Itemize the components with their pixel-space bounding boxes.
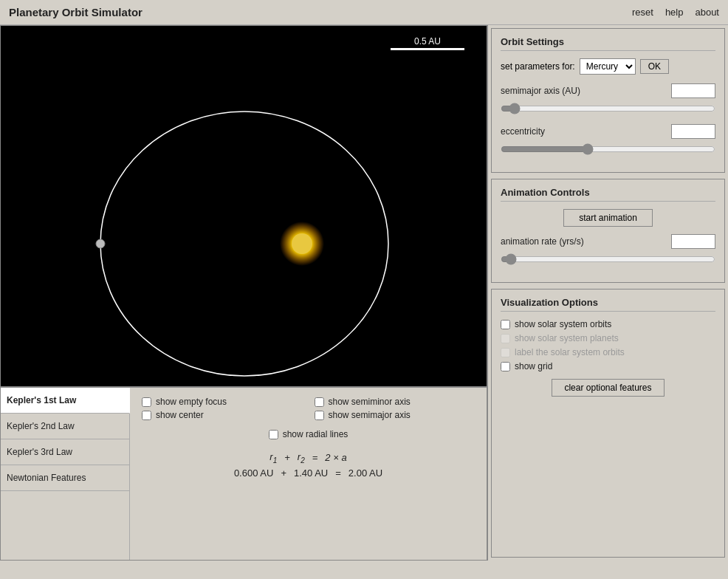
viz-panel: Visualization Options show solar system … [491,289,725,558]
val-r2: 1.40 AU [294,467,328,479]
label-orbits-row: label the solar system orbits [501,347,715,357]
eccentricity-slider[interactable] [501,143,715,155]
anim-rate-input[interactable]: 0.20 [671,234,715,249]
animation-panel: Animation Controls start animation anima… [491,179,725,283]
eq-plus1: + [284,452,290,463]
val-plus: + [281,467,286,479]
show-semiminor-checkbox[interactable] [315,397,324,407]
orbit-ellipse [100,112,388,376]
show-radial-row: show radial lines [269,429,348,439]
equation-math: r1 + r2 = 2 × a [142,451,475,465]
set-params-label: set parameters for: [501,61,575,72]
show-grid-checkbox[interactable] [501,362,510,371]
start-animation-button[interactable]: start animation [563,209,653,227]
val-r1: 0.600 AU [234,467,274,479]
top-bar: Planetary Orbit Simulator reset help abo… [0,0,728,25]
right-column: Orbit Settings set parameters for: Mercu… [487,25,728,561]
show-semimajor-row: show semimajor axis [315,410,475,420]
canvas-area: 0.5 AU [0,25,487,387]
show-empty-focus-label: show empty focus [156,397,227,407]
show-empty-focus-row: show empty focus [142,397,303,407]
options-grid: show empty focus show semiminor axis sho… [142,397,475,420]
tab-kepler2[interactable]: Kepler's 2nd Law [1,414,129,439]
show-semimajor-checkbox[interactable] [315,411,324,420]
show-center-label: show center [156,410,204,420]
show-radial-label: show radial lines [283,429,348,439]
eq-2xa: 2 × a [325,452,346,463]
label-orbits-checkbox[interactable] [501,348,510,357]
left-column: 0.5 AU [0,25,487,561]
show-empty-focus-checkbox[interactable] [142,397,151,407]
set-params-row: set parameters for: Mercury Venus Earth … [501,58,715,75]
about-link[interactable]: about [695,7,719,18]
semimajor-row: semimajor axis (AU) 1.00 [501,83,715,98]
animation-title: Animation Controls [501,187,715,202]
equation-values: 0.600 AU + 1.40 AU = 2.00 AU [142,467,475,479]
show-grid-label: show grid [515,361,552,371]
show-solar-orbits-row: show solar system orbits [501,319,715,329]
anim-rate-slider[interactable] [501,253,715,265]
radial-row: show radial lines [142,429,475,439]
main-layout: 0.5 AU [0,25,728,561]
semimajor-slider-row [501,103,715,117]
show-semiminor-row: show semiminor axis [315,397,475,407]
eccentricity-row: eccentricity 0.400 [501,124,715,139]
orbit-settings-title: Orbit Settings [501,36,715,51]
semimajor-label: semimajor axis (AU) [501,86,580,96]
app-title: Planetary Orbit Simulator [9,6,142,18]
options-panel: show empty focus show semiminor axis sho… [130,388,487,560]
eccentricity-input[interactable]: 0.400 [671,124,715,139]
eq-equals1: = [312,452,318,463]
eccentricity-label: eccentricity [501,126,545,137]
val-equals: = [335,467,341,479]
planet-dot [96,239,105,248]
semimajor-input[interactable]: 1.00 [671,83,715,98]
planet-select[interactable]: Mercury Venus Earth Mars Jupiter Saturn … [580,58,636,75]
show-center-row: show center [142,410,303,420]
show-solar-planets-label: show solar system planets [515,333,619,343]
show-radial-checkbox[interactable] [269,430,278,439]
anim-rate-row: animation rate (yrs/s) 0.20 [501,234,715,249]
top-nav: reset help about [632,7,719,18]
law-tabs: Kepler's 1st Law Kepler's 2nd Law Kepler… [1,388,130,560]
anim-rate-label: animation rate (yrs/s) [501,236,584,247]
semimajor-slider[interactable] [501,103,715,114]
show-center-checkbox[interactable] [142,411,151,420]
show-solar-orbits-checkbox[interactable] [501,320,510,329]
reset-link[interactable]: reset [632,7,653,18]
orbit-svg [1,26,487,386]
viz-title: Visualization Options [501,297,715,312]
ok-button[interactable]: OK [640,59,669,74]
show-solar-orbits-label: show solar system orbits [515,319,611,329]
label-orbits-label: label the solar system orbits [515,347,625,357]
tab-kepler3[interactable]: Kepler's 3rd Law [1,439,129,465]
val-2xa: 2.00 AU [348,467,382,479]
eccentricity-slider-row [501,143,715,157]
anim-rate-slider-row [501,253,715,267]
clear-features-button[interactable]: clear optional features [552,379,664,397]
orbit-settings-panel: Orbit Settings set parameters for: Mercu… [491,28,725,173]
help-link[interactable]: help [665,7,684,18]
tab-newtonian[interactable]: Newtonian Features [1,465,129,491]
show-grid-row: show grid [501,361,715,371]
show-semiminor-label: show semiminor axis [329,397,411,407]
bottom-controls: Kepler's 1st Law Kepler's 2nd Law Kepler… [0,387,487,561]
equation-display: r1 + r2 = 2 × a 0.600 AU + 1.40 AU = 2.0… [142,451,475,479]
show-semimajor-label: show semimajor axis [329,410,411,420]
show-solar-planets-checkbox[interactable] [501,334,510,343]
sun-body [292,233,312,254]
eq-r2: r2 [298,451,305,465]
tab-kepler1[interactable]: Kepler's 1st Law [1,388,130,414]
show-solar-planets-row: show solar system planets [501,333,715,343]
eq-r1: r1 [269,451,277,465]
